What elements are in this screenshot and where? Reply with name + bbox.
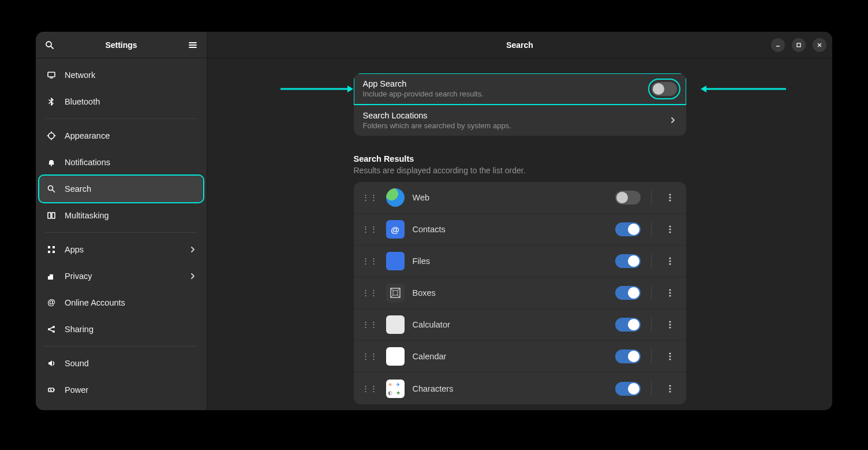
apps-icon: [46, 245, 57, 254]
result-toggle[interactable]: [615, 382, 641, 396]
sidebar-item-label: Privacy: [65, 272, 92, 281]
kebab-icon: [669, 225, 671, 234]
divider: [651, 222, 652, 237]
app-search-toggle[interactable]: [652, 82, 677, 96]
svg-point-56: [669, 388, 671, 389]
drag-handle-icon[interactable]: ⋮⋮: [362, 228, 378, 231]
more-options-button[interactable]: [662, 253, 678, 269]
sidebar-list: NetworkBluetoothAppearanceNotificationsS…: [36, 58, 207, 410]
drag-handle-icon[interactable]: ⋮⋮: [362, 196, 378, 199]
power-icon: [46, 385, 57, 395]
sidebar-item-notifications[interactable]: Notifications: [39, 149, 203, 176]
files-app-icon: [386, 252, 405, 270]
sidebar-item-appearance[interactable]: Appearance: [39, 122, 203, 149]
toggle-knob: [653, 83, 664, 95]
app-name-label: Web: [413, 193, 607, 202]
multitask-icon: [46, 211, 57, 220]
svg-rect-13: [48, 246, 50, 248]
sidebar-item-apps[interactable]: Apps: [39, 236, 203, 263]
sidebar-item-bluetooth[interactable]: Bluetooth: [39, 88, 203, 115]
kebab-icon: [669, 193, 671, 202]
svg-point-53: [669, 355, 671, 357]
search-results-list: ⋮⋮Web⋮⋮@Contacts⋮⋮Files⋮⋮Boxes⋮⋮Calculat…: [354, 182, 686, 404]
chevron-right-icon: [669, 116, 677, 124]
app-name-label: Characters: [413, 384, 607, 393]
sidebar-item-label: Online Accounts: [65, 298, 125, 307]
svg-point-32: [669, 196, 671, 198]
sidebar-separator: [45, 118, 197, 119]
more-options-button[interactable]: [662, 189, 678, 206]
result-toggle[interactable]: [615, 318, 641, 332]
kebab-icon: [669, 320, 671, 329]
close-button[interactable]: [813, 38, 826, 52]
sidebar-item-label: Apps: [65, 245, 84, 254]
search-locations-row[interactable]: Search Locations Folders which are searc…: [354, 105, 686, 136]
svg-point-55: [669, 385, 671, 386]
drag-handle-icon[interactable]: ⋮⋮: [362, 355, 378, 358]
more-options-button[interactable]: [662, 285, 678, 301]
kebab-icon: [669, 384, 671, 393]
app-name-label: Calendar: [413, 352, 607, 361]
display-icon: [46, 70, 57, 80]
search-locations-text: Search Locations Folders which are searc…: [363, 111, 669, 130]
svg-line-22: [50, 330, 53, 332]
app-search-title: App Search: [363, 79, 652, 88]
svg-point-47: [669, 292, 671, 293]
app-name-label: Files: [413, 256, 607, 266]
sidebar-item-label: Network: [65, 70, 95, 80]
search-options-group: App Search Include app-provided search r…: [354, 73, 686, 136]
result-toggle[interactable]: [615, 254, 641, 268]
result-toggle[interactable]: [615, 222, 641, 236]
svg-point-8: [51, 165, 52, 166]
sidebar-item-online-accounts[interactable]: @Online Accounts: [39, 289, 203, 316]
sidebar-item-label: Sharing: [65, 325, 93, 334]
minimize-button[interactable]: [771, 38, 785, 52]
toggle-knob: [628, 287, 639, 299]
sound-icon: [46, 359, 57, 368]
hamburger-button[interactable]: [185, 37, 201, 53]
result-toggle[interactable]: [615, 191, 641, 204]
more-options-button[interactable]: [662, 221, 678, 237]
app-search-row[interactable]: App Search Include app-provided search r…: [354, 73, 686, 105]
svg-point-20: [53, 330, 55, 333]
drag-handle-icon[interactable]: ⋮⋮: [362, 291, 378, 295]
sidebar-item-sound[interactable]: Sound: [39, 350, 203, 377]
svg-rect-11: [48, 213, 51, 218]
search-result-row: ⋮⋮Calculator: [354, 309, 686, 341]
svg-rect-12: [52, 213, 55, 218]
sidebar-item-multitasking[interactable]: Multitasking: [39, 202, 203, 229]
maximize-button[interactable]: [792, 38, 806, 52]
result-toggle[interactable]: [615, 286, 641, 300]
more-options-button[interactable]: [662, 348, 678, 365]
search-button[interactable]: [42, 37, 58, 53]
svg-point-36: [669, 231, 671, 233]
divider: [651, 381, 652, 396]
more-options-button[interactable]: [662, 317, 678, 333]
search-icon: [46, 184, 57, 194]
svg-rect-28: [797, 43, 800, 47]
drag-handle-icon[interactable]: ⋮⋮: [362, 387, 378, 391]
app-search-subtitle: Include app-provided search results.: [363, 90, 652, 98]
bluetooth-icon: [46, 97, 57, 106]
sidebar-item-displays[interactable]: Displays: [39, 403, 203, 410]
calendar-app-icon: [386, 347, 405, 366]
sidebar-item-sharing[interactable]: Sharing: [39, 316, 203, 343]
search-results-title: Search Results: [354, 154, 686, 163]
sidebar-item-power[interactable]: Power: [39, 377, 203, 403]
svg-point-52: [669, 352, 671, 354]
app-name-label: Boxes: [413, 288, 607, 297]
sidebar-item-search[interactable]: Search: [39, 176, 203, 202]
drag-handle-icon[interactable]: ⋮⋮: [362, 259, 378, 263]
svg-rect-15: [48, 251, 50, 253]
result-toggle[interactable]: [615, 349, 641, 363]
more-options-button[interactable]: [662, 381, 678, 397]
sidebar-item-label: Notifications: [65, 158, 110, 167]
web-app-icon: [386, 188, 405, 207]
drag-handle-icon[interactable]: ⋮⋮: [362, 323, 378, 326]
app-name-label: Calculator: [413, 320, 607, 329]
svg-text:@: @: [47, 298, 55, 307]
svg-rect-16: [53, 251, 55, 253]
svg-point-9: [48, 186, 53, 191]
sidebar-item-network[interactable]: Network: [39, 62, 203, 88]
sidebar-item-privacy[interactable]: Privacy: [39, 263, 203, 289]
